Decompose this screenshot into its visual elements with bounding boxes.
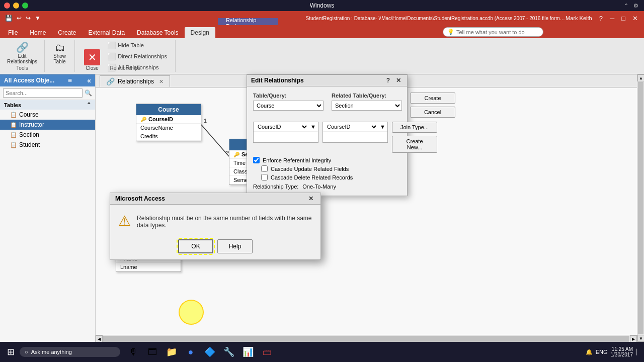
table-query-select[interactable]: Course <box>253 101 324 111</box>
taskbar-notification-icon[interactable]: 🔔 <box>586 349 593 355</box>
course-field-courseid: 🔑 CourseID <box>136 115 201 124</box>
sidebar-collapse-icon[interactable]: « <box>87 76 91 84</box>
tools-group-label: Tools <box>0 65 44 71</box>
field2-scroll-down[interactable]: ▼ <box>380 124 385 130</box>
win-settings[interactable]: ⚙ <box>632 3 640 9</box>
tab-database-tools[interactable]: Database Tools <box>131 27 185 38</box>
app-minimize[interactable]: ─ <box>608 15 616 22</box>
tab-create[interactable]: Create <box>52 27 82 38</box>
enforce-ri-checkbox[interactable] <box>253 157 260 163</box>
tab-external-data[interactable]: External Data <box>82 27 131 38</box>
scroll-left[interactable]: ◀ <box>96 335 103 342</box>
related-table-label: Related Table/Query: <box>332 93 402 99</box>
taskbar-access[interactable]: 🗃 <box>258 343 276 361</box>
field2-extra <box>323 131 387 142</box>
cascade-delete-checkbox[interactable] <box>261 174 268 180</box>
scroll-up[interactable]: ▲ <box>637 74 644 81</box>
alert-ok-btn[interactable]: OK <box>178 239 213 253</box>
relationships-tab-icon: 🔗 <box>106 77 115 85</box>
edit-relationships-title: Edit Relationships <box>251 77 304 84</box>
more-btn[interactable]: ▼ <box>34 15 42 22</box>
canvas-tab-relationships[interactable]: 🔗 Relationships ✕ <box>100 75 170 87</box>
sidebar-item-section[interactable]: 📋 Section <box>0 130 95 140</box>
canvas-tab-close[interactable]: ✕ <box>159 78 164 85</box>
field-name: Credits <box>140 133 158 139</box>
join-type-btn[interactable]: Join Type... <box>392 122 437 133</box>
tab-design[interactable]: Design <box>185 27 215 38</box>
course-field-credits: Credits <box>136 132 201 141</box>
edit-rel-buttons: Create Cancel <box>410 93 455 118</box>
tab-home[interactable]: Home <box>24 27 52 38</box>
cascade-update-checkbox[interactable] <box>261 165 268 172</box>
taskbar-cortana[interactable]: 🎙 <box>124 343 142 361</box>
minimize-light[interactable] <box>13 3 19 9</box>
create-new-btn[interactable]: Create New... <box>392 136 437 153</box>
taskbar-explorer[interactable]: 📁 <box>163 343 181 361</box>
direct-relationships-btn[interactable]: ⬜ Direct Relationships <box>105 51 169 61</box>
app-close[interactable]: ✕ <box>630 15 640 22</box>
close-light[interactable] <box>4 3 10 9</box>
traffic-lights <box>4 3 28 9</box>
scroll-down[interactable]: ▼ <box>637 335 644 342</box>
taskbar-vscode[interactable]: 🔧 <box>220 343 238 361</box>
scrollbar-vertical[interactable]: ▲ ▼ <box>637 74 644 342</box>
taskbar-chrome[interactable]: ● <box>182 343 200 361</box>
create-btn[interactable]: Create <box>410 93 455 104</box>
scrollbar-horizontal[interactable]: ◀ ▶ <box>96 335 637 342</box>
main-area: All Access Obje... ≡ « 🔍 Tables ⌃ 📋 Cour… <box>0 74 644 342</box>
sidebar-item-instructor[interactable]: 📋 Instructor <box>0 120 95 130</box>
field1-scroll-down[interactable]: ▼ <box>310 124 316 130</box>
tell-me-bar[interactable]: 💡 Tell me what you want to do <box>443 27 543 37</box>
app-maximize[interactable]: □ <box>619 15 627 22</box>
cascade-update-row: Cascade Update Related Fields <box>261 165 401 172</box>
scroll-right[interactable]: ▶ <box>630 335 637 342</box>
cancel-btn[interactable]: Cancel <box>410 107 455 118</box>
taskbar-show-desktop[interactable]: ▏ <box>636 349 640 355</box>
tables-collapse-icon[interactable]: ⌃ <box>87 102 91 108</box>
cascade-delete-row: Cascade Delete Related Records <box>261 174 401 180</box>
save-btn[interactable]: 💾 <box>4 15 14 22</box>
taskbar-right: 🔔 ENG 11:25 AM 1/30/2017 ▏ <box>586 346 640 357</box>
hide-table-btn[interactable]: ⬜ Hide Table <box>105 40 169 50</box>
related-table-select[interactable]: Section <box>332 101 402 111</box>
sidebar-options-icon[interactable]: ≡ <box>68 76 72 84</box>
app-title-text: StudentRegistration : Database- \\Mac\Ho… <box>306 16 566 21</box>
dialog-help-icon[interactable]: ? <box>384 77 392 84</box>
ribbon-tabs: File Home Create External Data Database … <box>0 25 644 38</box>
field2-select[interactable]: CourseID <box>325 123 378 130</box>
scroll-thumb-h[interactable] <box>103 336 629 342</box>
help-icon[interactable]: ? <box>597 15 605 22</box>
sidebar-title: All Access Obje... <box>4 77 54 84</box>
maximize-light[interactable] <box>22 3 28 9</box>
taskbar-vs[interactable]: 🔷 <box>201 343 219 361</box>
user-name: Mark Keith <box>566 15 592 21</box>
table-icon-course: 📋 <box>10 112 17 118</box>
win-minimize[interactable]: ⌃ <box>622 3 630 9</box>
course-field-coursename: CourseName <box>136 124 201 132</box>
search-icon[interactable]: 🔍 <box>85 89 92 97</box>
redo-btn[interactable]: ↪ <box>25 15 32 22</box>
alert-close-icon[interactable]: ✕ <box>306 195 315 202</box>
rel-type-label: Relationship Type: <box>253 184 298 190</box>
taskbar-task-view[interactable]: 🗔 <box>143 343 162 361</box>
sidebar-section-tables: Tables ⌃ <box>0 100 95 110</box>
edit-rel-close-icon[interactable]: ✕ <box>394 77 403 84</box>
undo-btn[interactable]: ↩ <box>16 15 23 22</box>
ribbon-group-tools: 🔗 EditRelationships Tools <box>0 40 45 72</box>
taskbar-excel[interactable]: 📊 <box>239 343 257 361</box>
show-table-btn[interactable]: 🗂 ShowTable <box>50 40 70 66</box>
windows-start-btn[interactable]: ⊞ <box>4 344 18 359</box>
taskbar: ⊞ ○ Ask me anything 🎙 🗔 📁 ● 🔷 🔧 📊 🗃 🔔 EN… <box>0 342 644 362</box>
app-title-bar: 💾 ↩ ↪ ▼ Relationship Tools StudentRegist… <box>0 11 644 25</box>
hide-table-icon: ⬜ <box>107 41 116 49</box>
taskbar-search[interactable]: ○ Ask me anything <box>20 347 120 357</box>
search-input[interactable] <box>3 88 83 98</box>
edit-relationships-btn[interactable]: 🔗 EditRelationships <box>4 40 40 66</box>
sidebar-item-course[interactable]: 📋 Course <box>0 110 95 120</box>
sidebar-item-student[interactable]: 📋 Student <box>0 140 95 150</box>
scroll-thumb-v[interactable] <box>638 82 643 334</box>
alert-help-btn[interactable]: Help <box>217 239 253 253</box>
field1-select[interactable]: CourseID <box>256 123 308 130</box>
tab-file[interactable]: File <box>2 27 24 38</box>
svg-text:1: 1 <box>204 118 207 124</box>
